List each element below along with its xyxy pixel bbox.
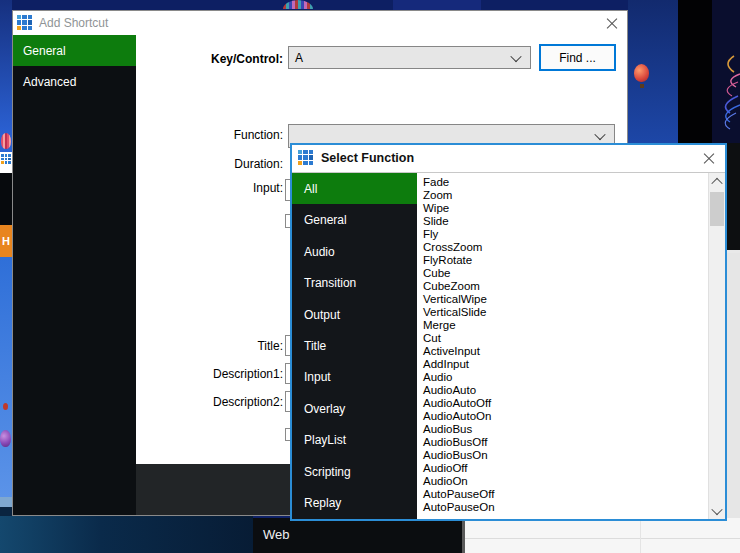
dialog-title: Select Function	[321, 151, 414, 165]
wallpaper-balloon-right	[634, 64, 649, 82]
wallpaper-light-streaks	[712, 0, 740, 152]
category-sidebar: All General Audio Transition Output Titl…	[292, 173, 417, 519]
background-orange-fragment: H	[0, 225, 12, 257]
dialog-title: Add Shortcut	[39, 16, 108, 30]
category-item[interactable]: General	[292, 204, 417, 235]
function-list-item[interactable]: AudioOn	[417, 475, 708, 488]
grid-line-vertical	[640, 518, 641, 553]
category-item[interactable]: Overlay	[292, 393, 417, 424]
category-item[interactable]: Audio	[292, 236, 417, 267]
desktop-left-dark-band	[0, 173, 12, 225]
chevron-down-icon	[510, 50, 521, 61]
function-list-item[interactable]: CubeZoom	[417, 280, 708, 293]
scrollbar-thumb[interactable]	[710, 192, 724, 226]
function-list-item[interactable]: VerticalSlide	[417, 306, 708, 319]
function-list-item[interactable]: AddInput	[417, 358, 708, 371]
settings-tab-web[interactable]: Web	[263, 527, 290, 542]
category-item[interactable]: Replay	[292, 488, 417, 519]
key-control-label: Key/Control:	[13, 52, 283, 66]
settings-window-grid	[465, 518, 740, 553]
category-item[interactable]: PlayList	[292, 425, 417, 456]
category-item[interactable]: Input	[292, 362, 417, 393]
wallpaper-balloon-pink	[1, 133, 11, 149]
function-list-item[interactable]: AudioBus	[417, 423, 708, 436]
function-list-item[interactable]: Cube	[417, 267, 708, 280]
sidebar-item[interactable]: Advanced	[13, 66, 136, 97]
key-control-dropdown[interactable]: A	[288, 46, 531, 69]
scrollbar[interactable]	[708, 173, 725, 519]
wallpaper-sky	[0, 257, 12, 497]
function-list-item[interactable]: Fade	[417, 176, 708, 189]
function-list-item[interactable]: VerticalWipe	[417, 293, 708, 306]
title-label: Title:	[13, 339, 283, 353]
wallpaper-balloon-red	[3, 403, 8, 410]
settings-window-fragment: Web	[253, 518, 462, 553]
function-list-item[interactable]: AudioAutoOn	[417, 410, 708, 423]
add-shortcut-titlebar[interactable]: Add Shortcut	[13, 11, 627, 35]
scrollbar-down-button[interactable]	[709, 502, 725, 519]
function-list-item[interactable]: FlyRotate	[417, 254, 708, 267]
function-list-item[interactable]: AutoPauseOff	[417, 488, 708, 501]
select-function-titlebar[interactable]: Select Function	[292, 145, 725, 173]
description2-label: Description2:	[13, 395, 283, 409]
function-list-item[interactable]: AudioOff	[417, 462, 708, 475]
key-control-value: A	[295, 51, 303, 65]
scrollbar-down-icon	[711, 503, 722, 514]
function-list-item[interactable]: Audio	[417, 371, 708, 384]
find-button[interactable]: Find ...	[539, 44, 616, 71]
chevron-down-icon	[594, 129, 605, 140]
add-shortcut-sidebar: General Advanced	[13, 35, 136, 515]
category-item[interactable]: Transition	[292, 267, 417, 298]
select-function-dialog: Select Function All General Audio Transi…	[290, 143, 727, 521]
function-list-item[interactable]: Wipe	[417, 202, 708, 215]
vmix-logo-icon	[17, 15, 32, 30]
wallpaper-horizon	[0, 497, 12, 507]
taskbar-vmix-icon[interactable]	[0, 152, 12, 173]
description1-label: Description1:	[13, 367, 283, 381]
wallpaper-balloon-purple	[0, 430, 11, 447]
close-icon[interactable]	[606, 17, 618, 29]
function-list-item[interactable]: AudioAutoOff	[417, 397, 708, 410]
function-list-item[interactable]: Cut	[417, 332, 708, 345]
function-list-item[interactable]: AutoPauseOn	[417, 501, 708, 514]
function-list-item[interactable]: Fly	[417, 228, 708, 241]
function-list-item[interactable]: Zoom	[417, 189, 708, 202]
wallpaper-balloon-basket	[640, 84, 644, 88]
category-item[interactable]: All	[292, 173, 417, 204]
desktop-top-strip-highlight	[393, 0, 481, 10]
category-item[interactable]: Output	[292, 299, 417, 330]
close-icon[interactable]	[703, 152, 715, 164]
function-list-item[interactable]: Merge	[417, 319, 708, 332]
function-list-item[interactable]: ActiveInput	[417, 345, 708, 358]
function-list-item[interactable]: AudioAuto	[417, 384, 708, 397]
wallpaper-water-bottom	[0, 516, 253, 553]
function-list: Fade Zoom Wipe Slide Fly CrossZoom FlyRo…	[417, 173, 708, 519]
scrollbar-up-icon	[711, 177, 722, 188]
background-right-edge	[727, 143, 740, 250]
vmix-logo-icon	[298, 150, 313, 165]
screen: H Web Add Shortcut	[0, 0, 740, 553]
vmix-logo-icon	[1, 154, 11, 164]
function-list-item[interactable]: AudioBusOff	[417, 436, 708, 449]
function-list-item[interactable]: AudioBusOn	[417, 449, 708, 462]
input-label: Input:	[13, 181, 283, 195]
scrollbar-up-button[interactable]	[709, 173, 725, 190]
category-item[interactable]: Scripting	[292, 456, 417, 487]
background-window-edge	[727, 253, 740, 520]
duration-label: Duration:	[13, 157, 283, 171]
select-function-body: All General Audio Transition Output Titl…	[292, 173, 725, 519]
desktop-right-dark-band	[678, 0, 712, 143]
function-list-item[interactable]: Slide	[417, 215, 708, 228]
grid-line-horizontal	[465, 538, 740, 539]
function-list-item[interactable]: CrossZoom	[417, 241, 708, 254]
category-item[interactable]: Title	[292, 330, 417, 361]
function-label: Function:	[13, 128, 283, 142]
